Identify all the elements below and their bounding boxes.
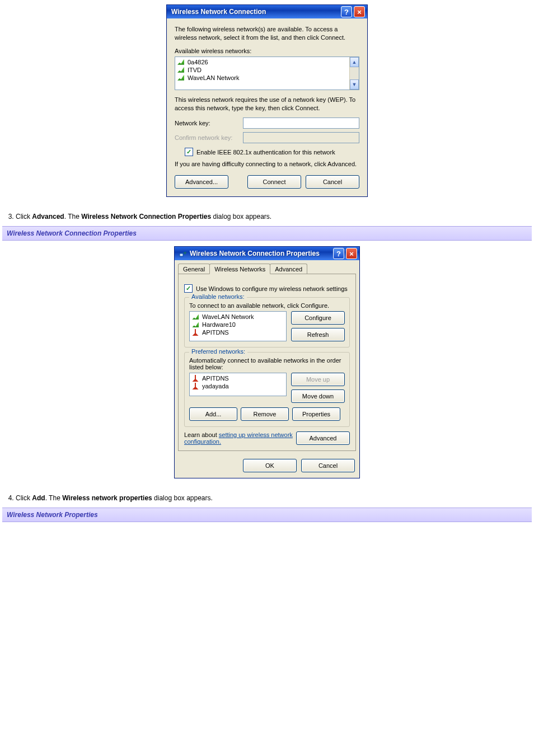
signal-icon	[177, 75, 184, 81]
list-item[interactable]: APITDNS	[191, 374, 285, 382]
scroll-down-icon[interactable]: ▼	[350, 79, 359, 90]
section-heading-text: Wireless Network Properties	[7, 511, 98, 519]
list-item[interactable]: WaveLAN Network	[176, 74, 348, 82]
scroll-up-icon[interactable]: ▲	[350, 57, 359, 67]
ieee-label: Enable IEEE 802.1x authentication for th…	[196, 149, 335, 156]
instruction-step-4: Click Add. The Wireless network properti…	[16, 494, 534, 502]
remove-button[interactable]: Remove	[241, 407, 289, 421]
wireless-connection-dialog: Wireless Network Connection ? × The foll…	[166, 4, 368, 197]
close-icon[interactable]: ×	[346, 248, 357, 259]
confirm-key-label: Confirm network key:	[175, 134, 243, 141]
list-item[interactable]: WaveLAN Network	[191, 313, 285, 321]
connection-properties-dialog: Wireless Network Connection Properties ?…	[174, 246, 360, 478]
list-item[interactable]: 0a4826	[176, 58, 348, 66]
antenna-icon	[192, 375, 199, 382]
add-button[interactable]: Add...	[189, 407, 237, 421]
list-item[interactable]: ITVD	[176, 66, 348, 74]
intro-text: The following wireless network(s) are av…	[175, 25, 359, 42]
section-heading: Wireless Network Connection Properties	[2, 226, 532, 241]
advanced-button[interactable]: Advanced...	[175, 175, 228, 189]
use-windows-checkbox[interactable]	[184, 284, 193, 293]
preferred-networks-list[interactable]: APITDNS yadayada	[189, 373, 287, 396]
properties-button[interactable]: Properties	[292, 407, 340, 421]
help-icon[interactable]: ?	[341, 6, 352, 17]
help-icon[interactable]: ?	[333, 248, 344, 259]
available-legend: Available networks:	[189, 293, 247, 300]
cancel-button[interactable]: Cancel	[306, 175, 359, 189]
move-up-button: Move up	[291, 373, 345, 386]
available-networks-list[interactable]: 0a4826 ITVD WaveLAN Network ▲ ▼	[175, 57, 359, 90]
available-networks-list[interactable]: WaveLAN Network Hardware10 APITDNS	[189, 311, 287, 341]
svg-rect-0	[180, 253, 183, 256]
preferred-legend: Preferred networks:	[189, 348, 247, 355]
document-page: Wireless Network Connection ? × The foll…	[0, 0, 534, 756]
network-name: ITVD	[188, 67, 202, 73]
refresh-button[interactable]: Refresh	[291, 328, 345, 341]
section-heading-text: Wireless Network Connection Properties	[7, 229, 137, 237]
section-heading: Wireless Network Properties	[2, 508, 532, 522]
difficulty-text: If you are having difficulty connecting …	[175, 161, 359, 167]
network-key-label: Network key:	[175, 120, 243, 126]
titlebar: Wireless Network Connection ? ×	[167, 5, 367, 18]
wep-text: This wireless network requires the use o…	[175, 96, 359, 112]
signal-icon	[192, 322, 199, 327]
connect-button[interactable]: Connect	[247, 175, 301, 189]
network-name: APITDNS	[202, 375, 229, 382]
antenna-icon	[192, 329, 199, 336]
tab-panel: Use Windows to configure my wireless net…	[178, 274, 356, 451]
signal-icon	[177, 67, 184, 73]
network-name: yadayada	[202, 383, 229, 389]
list-item[interactable]: Hardware10	[191, 321, 285, 328]
network-key-input[interactable]	[243, 118, 359, 129]
learn-text: Learn about setting up wireless network …	[184, 431, 296, 445]
titlebar: Wireless Network Connection Properties ?…	[175, 247, 359, 260]
tab-advanced[interactable]: Advanced	[270, 264, 307, 274]
network-name: 0a4826	[188, 59, 208, 65]
preferred-desc: Automatically connect to available netwo…	[189, 357, 345, 370]
tab-wireless-networks[interactable]: Wireless Networks	[209, 264, 270, 274]
signal-icon	[177, 59, 184, 65]
close-icon[interactable]: ×	[354, 6, 365, 17]
network-name: Hardware10	[202, 321, 236, 328]
preferred-networks-fieldset: Preferred networks: Automatically connec…	[184, 352, 350, 427]
tabs: General Wireless Networks Advanced	[175, 260, 359, 274]
instruction-step-3: Click Advanced. The Wireless Network Con…	[16, 213, 534, 220]
list-item[interactable]: APITDNS	[191, 328, 285, 336]
available-networks-fieldset: Available networks: To connect to an ava…	[184, 297, 350, 348]
network-name: WaveLAN Network	[188, 74, 240, 81]
list-item[interactable]: yadayada	[191, 382, 285, 390]
available-desc: To connect to an available network, clic…	[189, 302, 345, 309]
confirm-key-input	[243, 132, 359, 143]
ieee-checkbox[interactable]	[185, 148, 193, 156]
ok-button[interactable]: OK	[243, 459, 297, 472]
signal-icon	[192, 314, 199, 320]
wireless-icon	[179, 250, 187, 257]
advanced-button[interactable]: Advanced	[296, 431, 350, 445]
move-down-button[interactable]: Move down	[291, 389, 345, 403]
configure-button[interactable]: Configure	[291, 311, 345, 325]
antenna-icon	[192, 383, 199, 389]
use-windows-label: Use Windows to configure my wireless net…	[196, 285, 348, 292]
tab-general[interactable]: General	[178, 264, 210, 274]
available-networks-label: Available wireless networks:	[175, 48, 359, 54]
scrollbar[interactable]: ▲ ▼	[349, 57, 359, 90]
dialog-title: Wireless Network Connection	[171, 8, 339, 16]
network-name: WaveLAN Network	[202, 313, 254, 320]
cancel-button[interactable]: Cancel	[301, 459, 355, 472]
dialog-title: Wireless Network Connection Properties	[190, 250, 331, 257]
network-name: APITDNS	[202, 329, 229, 336]
